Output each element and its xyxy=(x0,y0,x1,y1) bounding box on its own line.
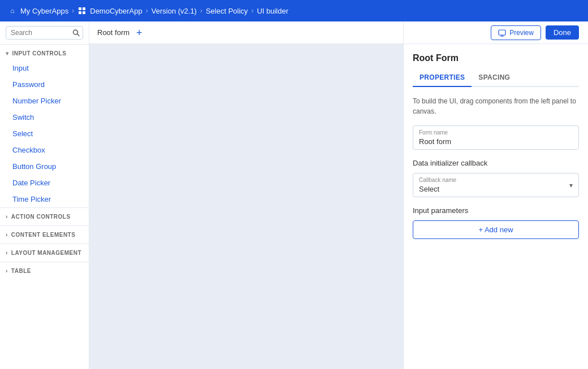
breadcrumb-sep-2: › xyxy=(146,7,148,15)
breadcrumb-select-policy[interactable]: Select Policy xyxy=(206,7,248,15)
chevron-right-icon: › xyxy=(6,214,8,220)
sidebar-item-number-picker[interactable]: Number Picker xyxy=(0,93,89,109)
sidebar: ▾ INPUT CONTROLS Input Password Number P… xyxy=(0,21,89,369)
sidebar-item-password[interactable]: Password xyxy=(0,76,89,93)
sidebar-item-switch[interactable]: Switch xyxy=(0,109,89,125)
done-button[interactable]: Done xyxy=(546,25,579,40)
add-tab-button[interactable]: + xyxy=(136,28,142,38)
preview-icon xyxy=(498,29,506,37)
add-new-button[interactable]: + Add new xyxy=(413,220,579,239)
breadcrumb-sep-4: › xyxy=(251,7,253,15)
home-icon: ⌂ xyxy=(8,6,17,15)
sidebar-item-time-picker[interactable]: Time Picker xyxy=(0,191,89,207)
search-box xyxy=(0,21,89,45)
breadcrumb-demo-cyber-app[interactable]: DemoCyberApp xyxy=(77,6,142,15)
right-panel-header: Preview Done xyxy=(404,21,588,44)
panel-content: Root Form PROPERTIES SPACING To build th… xyxy=(404,44,588,369)
svg-line-1 xyxy=(77,34,80,36)
chevron-down-icon: ▾ xyxy=(6,50,9,57)
svg-rect-2 xyxy=(499,30,505,35)
tab-spacing[interactable]: SPACING xyxy=(472,70,517,87)
form-name-input-wrap: Form name xyxy=(413,125,579,150)
canvas-tab-label: Root form xyxy=(97,28,129,37)
search-icon-button[interactable] xyxy=(72,29,80,37)
breadcrumb-sep-3: › xyxy=(200,7,202,15)
breadcrumb-ui-builder[interactable]: UI builder xyxy=(257,7,288,15)
sidebar-item-checkbox[interactable]: Checkbox xyxy=(0,142,89,158)
search-icon xyxy=(72,29,80,37)
sidebar-item-input[interactable]: Input xyxy=(0,60,89,76)
section-content-elements[interactable]: › CONTENT ELEMENTS xyxy=(0,225,89,244)
form-name-label: Form name xyxy=(419,129,448,136)
main-layout: ▾ INPUT CONTROLS Input Password Number P… xyxy=(0,21,588,369)
callback-name-label: Callback name xyxy=(419,177,456,183)
panel-title: Root Form xyxy=(413,53,579,63)
sidebar-item-select[interactable]: Select xyxy=(0,125,89,142)
data-initializer-field-group: Data initializer callback Callback name … xyxy=(413,159,579,197)
canvas-body[interactable] xyxy=(89,44,403,369)
right-panel: Preview Done Root Form PROPERTIES SPACIN… xyxy=(403,21,588,369)
input-parameters-label: Input parameters xyxy=(413,206,579,215)
breadcrumb-sep-1: › xyxy=(72,7,74,15)
chevron-right-icon-3: › xyxy=(6,250,8,256)
search-wrap xyxy=(6,26,83,40)
chevron-right-icon-2: › xyxy=(6,232,8,238)
search-input[interactable] xyxy=(6,26,83,40)
preview-button[interactable]: Preview xyxy=(491,25,541,40)
section-action-controls[interactable]: › ACTION CONTROLS xyxy=(0,207,89,225)
grid-icon xyxy=(77,6,87,15)
tab-properties[interactable]: PROPERTIES xyxy=(413,70,472,87)
data-initializer-label: Data initializer callback xyxy=(413,159,579,167)
canvas-header: Root form + xyxy=(89,21,403,44)
panel-tabs: PROPERTIES SPACING xyxy=(413,70,579,87)
hint-text: To build the UI, drag components from th… xyxy=(413,96,579,116)
sidebar-item-date-picker[interactable]: Date Picker xyxy=(0,175,89,191)
chevron-right-icon-4: › xyxy=(6,268,8,274)
form-name-field-group: Form name xyxy=(413,125,579,150)
breadcrumb-version[interactable]: Version (v2.1) xyxy=(152,7,197,15)
breadcrumb-my-cyber-apps[interactable]: ⌂ My CyberApps xyxy=(8,6,68,15)
section-table[interactable]: › TABLE xyxy=(0,262,89,280)
topbar: ⌂ My CyberApps › DemoCyberApp › Version … xyxy=(0,0,588,21)
canvas-area: Root form + xyxy=(89,21,403,369)
callback-name-wrap: Callback name Select ▾ xyxy=(413,173,579,197)
section-input-controls[interactable]: ▾ INPUT CONTROLS xyxy=(0,45,89,60)
input-parameters-field-group: Input parameters + Add new xyxy=(413,206,579,239)
section-layout-management[interactable]: › LAYOUT MANAGEMENT xyxy=(0,244,89,262)
sidebar-item-button-group[interactable]: Button Group xyxy=(0,158,89,175)
